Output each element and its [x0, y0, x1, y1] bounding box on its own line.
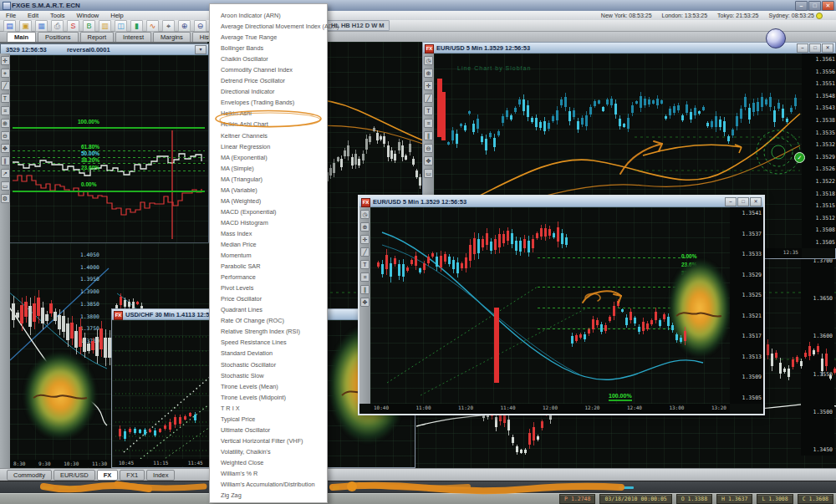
zoom-in-icon[interactable]: ⊕: [1, 119, 10, 128]
arrow-icon[interactable]: ↗: [1, 169, 10, 178]
menu-item[interactable]: Window: [71, 12, 105, 19]
indicator-menu-item[interactable]: Relative Strength Index (RSI): [210, 326, 327, 337]
trendline-icon[interactable]: ╱: [424, 94, 433, 103]
hand-tool-icon[interactable]: ✥: [424, 156, 433, 165]
save-icon[interactable]: ▦: [35, 20, 48, 32]
indicator-menu-item[interactable]: Tirone Levels (Mean): [210, 381, 327, 392]
crosshair-icon[interactable]: ⊕: [360, 222, 370, 232]
channel-icon[interactable]: ∥: [360, 285, 370, 294]
workspace-tab[interactable]: Index: [146, 470, 175, 481]
maximize-button[interactable]: □: [808, 1, 821, 11]
buy-icon[interactable]: B: [83, 20, 95, 32]
menu-item[interactable]: Edit: [22, 12, 44, 19]
layout-icon[interactable]: ◫: [115, 20, 127, 32]
channel-icon[interactable]: ∥: [424, 131, 433, 140]
indicator-menu-item[interactable]: Volatility, Chaikin's: [210, 446, 327, 457]
indicator-menu-item[interactable]: Bollinger Bands: [210, 43, 327, 53]
reversal-titlebar[interactable]: 3529 12:56:53 reversal0.0001 ▾: [1, 44, 208, 55]
indicator-menu-item[interactable]: Typical Price: [210, 414, 327, 425]
indicator-menu-item[interactable]: Heikin-Ashi Chart: [210, 119, 327, 130]
main-tab[interactable]: Positions: [38, 32, 78, 42]
workspace-tab[interactable]: Commodity: [7, 470, 52, 481]
candlestick-icon[interactable]: ▮: [130, 20, 143, 32]
settings-icon[interactable]: ⚙: [1, 194, 10, 203]
main-tab[interactable]: Margins: [153, 32, 191, 42]
indicator-menu-item[interactable]: William's Accumulation/Distribution: [210, 479, 327, 490]
main-tab[interactable]: Interest: [115, 32, 151, 42]
indicator-menu-item[interactable]: MACD (Exponential): [210, 206, 327, 217]
clock-icon[interactable]: ◷: [424, 56, 433, 65]
indicator-menu-item[interactable]: Average True Range: [210, 32, 327, 43]
fibonacci-icon[interactable]: ≡: [1, 106, 10, 115]
indicator-menu-item[interactable]: Zig Zag: [210, 490, 327, 501]
indicator-menu-item[interactable]: Commodity Channel Index: [210, 64, 327, 75]
clock-icon[interactable]: ◷: [360, 210, 370, 219]
indicator-menu-item[interactable]: William's % R: [210, 468, 327, 479]
menu-item[interactable]: Tools: [44, 12, 71, 19]
crosshair-icon[interactable]: ⌖: [1, 69, 10, 78]
indicator-menu-item[interactable]: MA (Triangular): [210, 174, 327, 185]
indicator-menu-item[interactable]: Median Price: [210, 239, 327, 250]
indicator-menu-item[interactable]: Heikin-Ashi: [210, 108, 327, 119]
indicator-menu-item[interactable]: Rate Of Change (ROC): [210, 315, 327, 326]
hand-tool-icon[interactable]: ✥: [360, 298, 370, 307]
indicator-menu-item[interactable]: Chaikin Oscillator: [210, 53, 327, 64]
indicator-menu-item[interactable]: Detrend Price Oscillator: [210, 75, 327, 86]
folder-icon[interactable]: ▥: [99, 20, 111, 32]
indicator-menu-item[interactable]: Linear Regression: [210, 141, 327, 152]
indicator-menu-item[interactable]: Tirone Levels (Midpoint): [210, 392, 327, 403]
zoom-out-icon[interactable]: ⊖: [1, 131, 10, 140]
indicator-menu-item[interactable]: Vertical Horizontal Filter (VHF): [210, 435, 327, 446]
workspace-tab[interactable]: EUR/USD: [54, 470, 95, 481]
new-chart-icon[interactable]: ▤: [3, 20, 16, 32]
indicator-menu-item[interactable]: Aroon Indicator (ARN): [210, 10, 327, 21]
crosshair-icon[interactable]: ⊕: [424, 69, 433, 78]
hand-tool-icon[interactable]: ✥: [1, 144, 10, 153]
trendline-icon[interactable]: ╱: [360, 247, 370, 257]
orb-icon[interactable]: [766, 28, 786, 48]
menu-item[interactable]: File: [0, 12, 22, 19]
eurusd1-price-axis[interactable]: 1.35611.35561.35511.35481.35431.35381.35…: [802, 53, 836, 248]
indicator-menu-item[interactable]: MA (Weighted): [210, 196, 327, 206]
indicator-menu-item[interactable]: Pivot Levels: [210, 283, 327, 293]
indicator-menu-item[interactable]: Performance: [210, 272, 327, 283]
indicator-menu-item[interactable]: Keltner Channels: [210, 130, 327, 141]
indicator-menu-item[interactable]: Stochastic Oscillator: [210, 359, 327, 370]
minimize-button[interactable]: –: [725, 197, 737, 206]
workspace-tab[interactable]: FX: [97, 470, 119, 481]
indicator-menu-item[interactable]: Mass Index: [210, 228, 327, 239]
indicator-menu-item[interactable]: Price Oscillator: [210, 293, 327, 304]
zoom-icon[interactable]: ⊖: [424, 144, 433, 153]
indicator-menu-item[interactable]: T R I X: [210, 403, 327, 414]
dropdown-button[interactable]: ▾: [195, 45, 206, 54]
text-tool-icon[interactable]: T: [360, 260, 370, 269]
eurusd2-price-axis[interactable]: 1.35411.35371.35331.35291.35251.35211.35…: [730, 207, 763, 404]
indicator-menu-item[interactable]: Directional Indicator: [210, 86, 327, 97]
eraser-icon[interactable]: ▭: [1, 181, 10, 191]
indicator-menu-item[interactable]: MA (Simple): [210, 163, 327, 174]
indicator-menu-item[interactable]: Envelopes (Trading Bands): [210, 97, 327, 108]
eurusd2-body[interactable]: ◷ ⊕ ✛ ╱ T ≡ ∥ ✥ 0.00%23.6%38.2%50.0%61.8…: [359, 207, 763, 414]
main-tab[interactable]: Report: [80, 32, 115, 42]
eraser-icon[interactable]: ▭: [424, 169, 433, 178]
main-tab[interactable]: Main: [7, 32, 36, 42]
text-tool-icon[interactable]: T: [1, 94, 10, 103]
open-icon[interactable]: ▣: [19, 20, 32, 32]
fibonacci-icon[interactable]: ≡: [424, 119, 433, 128]
indicator-menu-item[interactable]: MACD Histogram: [210, 217, 327, 228]
cursor-icon[interactable]: ✛: [1, 56, 10, 65]
eurusd2-chart[interactable]: 0.00%23.6%38.2%50.0%61.8% 100.00%: [370, 207, 730, 404]
eurusd2-time-axis[interactable]: 10:4011:0011:2011:4012:0012:2012:4013:00…: [370, 404, 730, 414]
indicator-menu-item[interactable]: Weighted Close: [210, 457, 327, 468]
indicator-menu-item[interactable]: Stochastic Slow: [210, 370, 327, 381]
sell-icon[interactable]: S: [67, 20, 79, 32]
close-button[interactable]: ✕: [822, 1, 834, 11]
cursor-icon[interactable]: ✛: [360, 235, 370, 244]
close-button[interactable]: ✕: [822, 43, 833, 53]
zoom-in-icon[interactable]: ⊕: [178, 20, 191, 32]
indicator-menu-item[interactable]: Quadrant Lines: [210, 304, 327, 315]
menu-item[interactable]: Help: [104, 12, 129, 19]
maximize-button[interactable]: □: [737, 197, 749, 206]
close-button[interactable]: ✕: [750, 197, 762, 206]
channel-icon[interactable]: ∥: [1, 156, 10, 165]
